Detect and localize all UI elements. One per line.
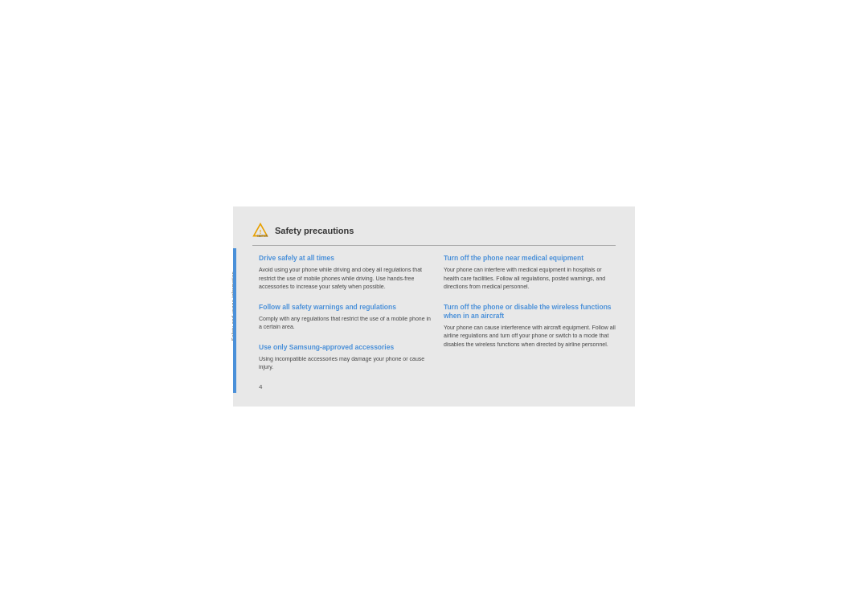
left-column: Drive safely at all times Avoid using yo… [252,254,431,390]
section-title-safety: Follow all safety warnings and regulatio… [259,303,431,312]
section-body-safety: Comply with any regulations that restric… [259,315,431,332]
section-title-drive: Drive safely at all times [259,254,431,263]
svg-text:CAUTION: CAUTION [257,235,268,239]
section-safety-warnings: Follow all safety warnings and regulatio… [259,303,431,332]
document-card: Safety and usage information ! CAUTION S… [233,206,635,407]
section-medical: Turn off the phone near medical equipmen… [444,254,616,292]
page-container: Safety and usage information ! CAUTION S… [0,0,868,613]
section-body-medical: Your phone can interfere with medical eq… [444,266,616,292]
section-body-drive: Avoid using your phone while driving and… [259,266,431,292]
section-title-accessories: Use only Samsung-approved accessories [259,343,431,352]
section-aircraft: Turn off the phone or disable the wirele… [444,303,616,349]
header-title: Safety precautions [275,226,354,235]
section-body-accessories: Using incompatible accessories may damag… [259,355,431,372]
right-column: Turn off the phone near medical equipmen… [444,254,616,390]
caution-icon: ! CAUTION [252,223,268,239]
page-number: 4 [259,383,431,390]
blue-bar [233,248,236,393]
section-title-aircraft: Turn off the phone or disable the wirele… [444,303,616,321]
section-accessories: Use only Samsung-approved accessories Us… [259,343,431,372]
section-drive-safely: Drive safely at all times Avoid using yo… [259,254,431,292]
section-title-medical: Turn off the phone near medical equipmen… [444,254,616,263]
section-body-aircraft: Your phone can cause interference with a… [444,324,616,349]
header: ! CAUTION Safety precautions [252,223,616,246]
content-columns: Drive safely at all times Avoid using yo… [252,254,616,390]
